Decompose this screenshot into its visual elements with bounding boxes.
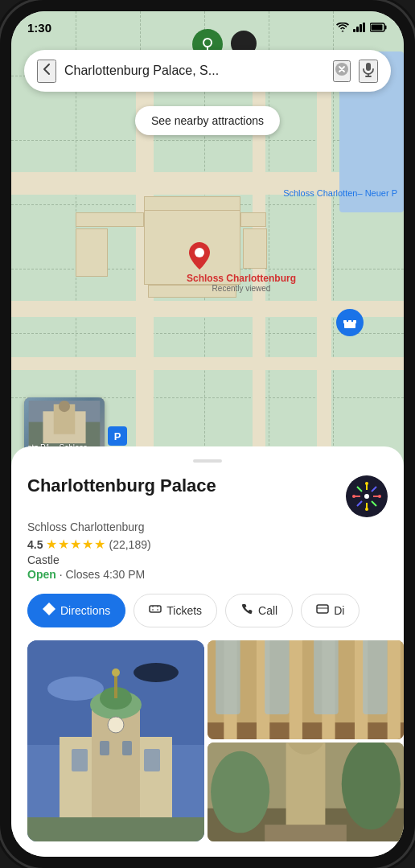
svg-rect-6 xyxy=(372,25,383,31)
photo-right-column xyxy=(208,640,404,841)
place-status: Open · Closes 4:30 PM xyxy=(27,568,388,581)
svg-rect-16 xyxy=(348,320,351,323)
review-count: (22,189) xyxy=(109,538,150,551)
more-icon xyxy=(316,603,329,619)
svg-point-47 xyxy=(134,663,179,682)
directions-label: Directions xyxy=(60,604,110,617)
palace-building-side xyxy=(76,212,144,227)
back-button[interactable] xyxy=(37,60,56,83)
battery-icon xyxy=(370,23,388,32)
action-buttons: Directions Tickets xyxy=(11,594,404,627)
svg-rect-56 xyxy=(122,741,132,755)
svg-point-25 xyxy=(364,494,369,499)
svg-rect-5 xyxy=(385,26,387,30)
palace-building-wing xyxy=(144,196,240,211)
svg-rect-71 xyxy=(216,640,240,714)
svg-rect-17 xyxy=(353,320,356,323)
palace-building-side xyxy=(240,212,266,227)
svg-rect-55 xyxy=(100,741,109,755)
svg-rect-21 xyxy=(366,63,371,71)
blue-castle-marker[interactable] xyxy=(336,309,364,336)
svg-rect-74 xyxy=(363,640,388,714)
star-half: ★ xyxy=(94,537,105,552)
svg-rect-72 xyxy=(265,640,290,714)
search-text: Charlottenburg Palace, S... xyxy=(64,64,325,78)
signal-icon xyxy=(353,23,366,32)
bottom-sheet: Charlottenburg Palace xyxy=(11,446,404,857)
star-2: ★ xyxy=(58,537,69,552)
place-rating: 4.5 ★ ★ ★ ★ ★ (22,189) xyxy=(27,537,388,552)
search-clear-button[interactable] xyxy=(333,60,351,82)
svg-rect-58 xyxy=(144,749,160,771)
palace-building-side xyxy=(76,228,108,277)
place-name-text: Charlottenburg Palace xyxy=(27,475,336,496)
svg-rect-73 xyxy=(314,640,339,714)
svg-rect-0 xyxy=(353,29,355,32)
call-icon xyxy=(240,603,253,619)
call-label: Call xyxy=(258,604,277,617)
svg-rect-79 xyxy=(265,825,347,841)
status-time: 1:30 xyxy=(27,21,51,35)
svg-rect-67 xyxy=(388,640,401,739)
svg-point-53 xyxy=(112,668,120,677)
svg-point-19 xyxy=(195,248,204,257)
map-label-top-right: Schloss Charlotten– Neuer P xyxy=(283,188,397,198)
photo-interior-top[interactable] xyxy=(208,640,404,739)
place-sub-name: Schloss Charlottenburg xyxy=(27,520,388,533)
svg-rect-39 xyxy=(150,606,161,612)
photo-statue-bottom[interactable] xyxy=(208,743,404,841)
place-type: Castle xyxy=(27,553,388,566)
more-label: Di xyxy=(334,604,344,617)
svg-rect-2 xyxy=(360,24,362,32)
svg-point-12 xyxy=(203,39,212,47)
parking-badge: P xyxy=(108,426,127,446)
search-bar[interactable]: Charlottenburg Palace, S... xyxy=(24,50,391,92)
search-mic-button[interactable] xyxy=(359,60,378,83)
place-header: Charlottenburg Palace xyxy=(27,475,388,517)
status-close-time: · Closes 4:30 PM xyxy=(60,568,146,581)
svg-point-11 xyxy=(59,401,70,412)
call-button[interactable]: Call xyxy=(225,594,293,627)
status-open: Open xyxy=(27,568,56,581)
tickets-label: Tickets xyxy=(166,604,202,617)
svg-point-80 xyxy=(211,751,269,833)
nearby-attractions-button[interactable]: See nearby attractions xyxy=(135,106,280,135)
rating-number: 4.5 xyxy=(27,538,43,551)
svg-point-37 xyxy=(378,495,381,498)
svg-rect-42 xyxy=(317,605,328,613)
svg-rect-15 xyxy=(343,320,347,323)
more-button[interactable]: Di xyxy=(301,594,360,627)
star-4: ★ xyxy=(82,537,93,552)
phone-screen: 1:30 xyxy=(11,11,404,857)
svg-rect-61 xyxy=(208,722,404,739)
phone-frame: 1:30 xyxy=(0,0,415,868)
photo-grid[interactable] xyxy=(11,640,404,841)
bottom-sheet-handle xyxy=(193,459,222,463)
svg-rect-18 xyxy=(347,323,352,328)
directions-button[interactable]: Directions xyxy=(27,594,125,627)
svg-point-36 xyxy=(352,495,355,498)
tickets-icon xyxy=(149,603,162,619)
tickets-button[interactable]: Tickets xyxy=(134,594,217,627)
directions-icon xyxy=(43,603,55,619)
map-road xyxy=(317,92,331,470)
map-road xyxy=(11,357,404,370)
photo-main[interactable] xyxy=(27,640,204,841)
star-3: ★ xyxy=(70,537,81,552)
place-info: Charlottenburg Palace xyxy=(11,475,404,581)
status-icons xyxy=(336,23,388,32)
svg-rect-64 xyxy=(290,640,302,739)
svg-rect-57 xyxy=(72,749,88,771)
pin-label: Schloss Charlottenburg Recently viewed xyxy=(187,273,296,293)
star-1: ★ xyxy=(46,537,57,552)
place-avatar[interactable] xyxy=(346,475,388,517)
svg-rect-3 xyxy=(363,23,365,32)
svg-point-34 xyxy=(365,482,368,485)
svg-point-54 xyxy=(108,717,124,733)
stars: ★ ★ ★ ★ ★ xyxy=(46,537,105,552)
svg-point-35 xyxy=(365,508,368,511)
svg-rect-1 xyxy=(356,27,359,32)
wifi-icon xyxy=(336,23,349,32)
svg-rect-59 xyxy=(27,817,204,841)
place-pin[interactable]: Schloss Charlottenburg Recently viewed xyxy=(187,241,296,293)
